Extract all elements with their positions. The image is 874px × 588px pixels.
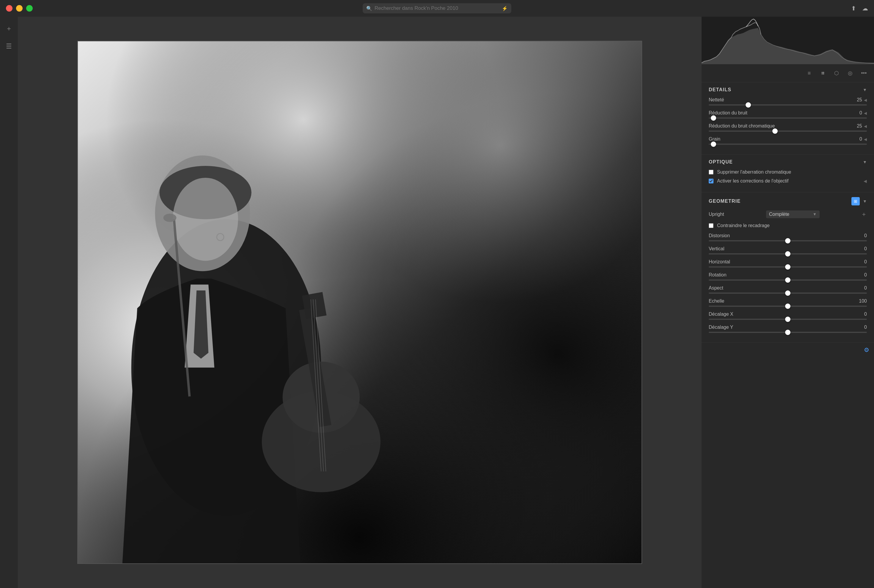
optique-chevron[interactable]: ▼ [863,160,867,164]
echelle-thumb[interactable] [785,303,790,309]
decalage-x-thumb[interactable] [785,316,790,322]
echelle-track[interactable] [709,306,867,307]
bruit-thumb[interactable] [711,116,716,121]
add-icon[interactable]: ＋ [3,22,15,34]
corrections-label: Activer les corrections de l'objectif [717,178,789,184]
vertical-label-row: Vertical 0 [709,246,867,252]
bruit-value: 0 [853,110,862,116]
nettete-label: Netteté [709,97,724,102]
distorsion-label: Distorsion [709,233,730,238]
corrections-row: Activer les corrections de l'objectif ◀ [709,178,867,184]
grid-icon[interactable]: ☰ [3,40,15,52]
nettete-value: 25 [853,97,862,102]
bruit-chrom-arrow[interactable]: ◀ [864,124,867,128]
nettete-slider-row: Netteté 25 ◀ [709,97,867,105]
geometrie-badge[interactable]: ⊞ [852,197,860,206]
decalage-x-label-row: Décalage X 0 [709,312,867,317]
aspect-label-row: Aspect 0 [709,285,867,291]
settings-icon[interactable]: ⚙ [864,346,869,354]
adjust-icon[interactable]: ≡ [804,68,814,78]
photo-area [18,16,702,588]
rotation-slider-row: Rotation 0 [709,272,867,280]
bruit-label: Réduction du bruit [709,110,747,116]
circle-icon[interactable]: ◎ [845,68,856,78]
nettete-label-row: Netteté 25 ◀ [709,97,867,102]
grain-value: 0 [853,136,862,142]
decalage-y-label: Décalage Y [709,325,733,330]
more-icon[interactable]: ••• [859,68,869,78]
bruit-chrom-track[interactable] [709,130,867,132]
grain-arrow[interactable]: ◀ [864,137,867,141]
grain-track[interactable] [709,144,867,145]
geometrie-chevron[interactable]: ▼ [863,199,867,204]
bruit-chrom-thumb[interactable] [772,128,778,134]
optique-header: OPTIQUE ▼ [709,159,867,165]
aspect-thumb[interactable] [785,290,790,296]
search-bar[interactable]: 🔍 ⚡ [363,3,511,14]
decalage-y-thumb[interactable] [785,330,790,335]
aberration-row: Supprimer l'aberration chromatique [709,170,867,175]
bruit-arrow[interactable]: ◀ [864,111,867,116]
retouch-icon[interactable]: ⬡ [831,68,842,78]
vertical-label: Vertical [709,246,724,252]
grain-slider-row: Grain 0 ◀ [709,136,867,145]
titlebar: 🔍 ⚡ ⬆ ☁ [0,0,874,16]
right-panel: ≡ ⌗ ⬡ ◎ ••• DETAILS ▼ Netteté 25 ◀ [702,16,874,588]
titlebar-right: ⬆ ☁ [851,5,868,12]
bruit-chrom-label: Réduction du bruit chromatique [709,123,775,129]
corrections-arrow[interactable]: ◀ [864,178,867,183]
concert-photo [78,41,642,563]
vertical-thumb[interactable] [785,251,790,256]
rotation-value: 0 [858,272,867,278]
aberration-checkbox[interactable] [709,170,714,174]
echelle-label: Echelle [709,298,724,304]
decalage-x-track[interactable] [709,319,867,320]
corrections-checkbox[interactable] [709,178,714,183]
bottom-actions: ⚙ [702,343,874,357]
vertical-track[interactable] [709,253,867,255]
decalage-y-track[interactable] [709,332,867,333]
nettete-arrow[interactable]: ◀ [864,98,867,102]
aspect-track[interactable] [709,292,867,294]
rotation-track[interactable] [709,279,867,280]
distorsion-value: 0 [858,233,867,238]
vertical-slider-row: Vertical 0 [709,246,867,255]
geometrie-section: GEOMETRIE ⊞ ▼ Upright Complète ▼ ＋ Contr… [702,192,874,343]
bruit-track[interactable] [709,117,867,118]
crop-icon[interactable]: ⌗ [817,68,828,78]
close-button[interactable] [6,5,12,12]
search-input[interactable] [375,5,499,11]
filter-icon[interactable]: ⚡ [502,6,508,11]
share-icon[interactable]: ⬆ [851,5,856,12]
rotation-thumb[interactable] [785,278,790,283]
geometrie-header: GEOMETRIE ⊞ ▼ [709,197,867,206]
maximize-button[interactable] [26,5,33,12]
cloud-icon[interactable]: ☁ [862,5,868,12]
bruit-slider-row: Réduction du bruit 0 ◀ [709,110,867,118]
upright-value: Complète [769,212,789,217]
panel-icons: ≡ ⌗ ⬡ ◎ ••• [702,64,874,82]
minimize-button[interactable] [16,5,22,12]
aspect-value: 0 [858,285,867,291]
horizontal-thumb[interactable] [785,264,790,270]
nettete-thumb[interactable] [745,102,751,108]
grain-label-row: Grain 0 ◀ [709,136,867,142]
details-title: DETAILS [709,87,731,93]
nettete-track[interactable] [709,104,867,105]
window-controls [6,5,33,12]
horizontal-track[interactable] [709,266,867,267]
contraindre-checkbox[interactable] [709,223,714,228]
upright-select[interactable]: Complète ▼ [766,210,820,218]
left-sidebar: ＋ ☰ [0,16,18,588]
horizontal-value: 0 [858,259,867,265]
decalage-y-value: 0 [858,325,867,330]
optique-section: OPTIQUE ▼ Supprimer l'aberration chromat… [702,154,874,192]
decalage-x-value: 0 [858,312,867,317]
grain-thumb[interactable] [711,141,716,147]
bruit-chrom-slider-row: Réduction du bruit chromatique 25 ◀ [709,123,867,132]
details-chevron[interactable]: ▼ [863,87,867,92]
distorsion-thumb[interactable] [785,238,790,243]
distorsion-track[interactable] [709,240,867,242]
geometrie-title: GEOMETRIE [709,199,741,204]
upright-add-icon[interactable]: ＋ [861,210,867,218]
